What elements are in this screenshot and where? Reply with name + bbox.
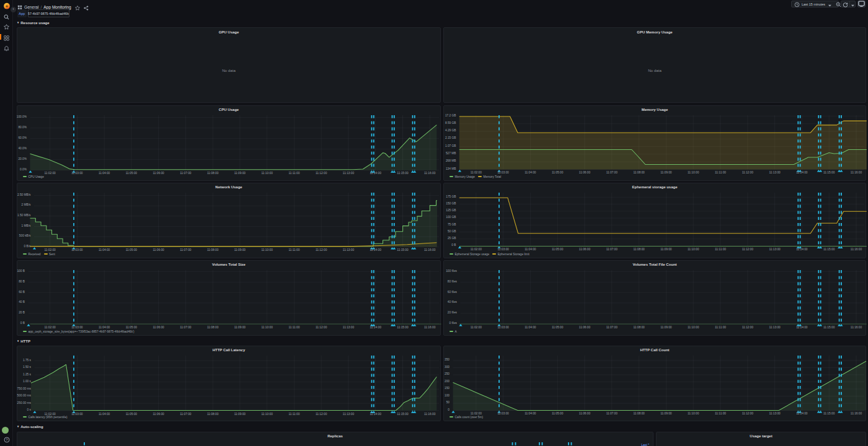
svg-text:?: ? bbox=[6, 438, 8, 442]
